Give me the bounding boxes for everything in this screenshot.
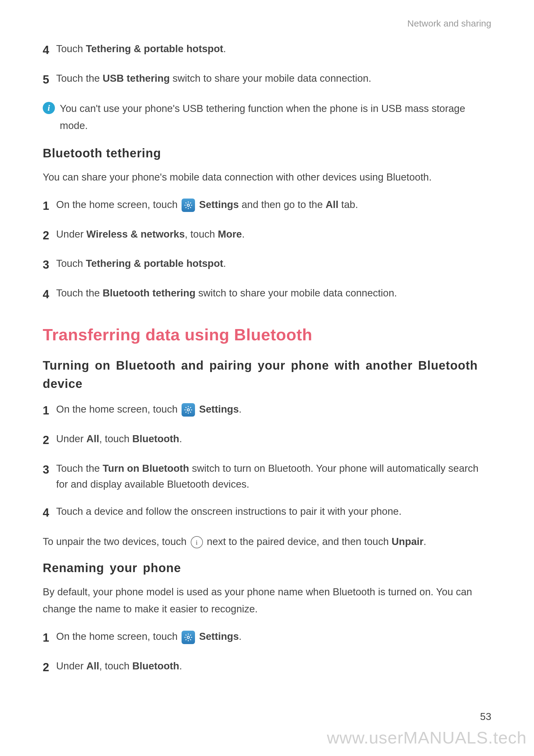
svg-point-2	[187, 636, 189, 638]
pair-step-4: 4 Touch a device and follow the onscreen…	[43, 503, 491, 522]
step-5-usb-tethering: 5 Touch the USB tethering switch to shar…	[43, 70, 491, 89]
step-number: 4	[43, 503, 56, 522]
info-text: You can't use your phone's USB tethering…	[60, 100, 491, 134]
settings-icon	[182, 631, 195, 644]
pair-step-2: 2 Under All, touch Bluetooth.	[43, 431, 491, 449]
info-note: i You can't use your phone's USB tetheri…	[43, 100, 491, 134]
step-text: Under All, touch Bluetooth.	[56, 431, 491, 447]
step-text: Under All, touch Bluetooth.	[56, 658, 491, 674]
svg-point-0	[187, 204, 189, 206]
step-text: Touch Tethering & portable hotspot.	[56, 256, 491, 272]
step-number: 4	[43, 41, 56, 60]
settings-icon	[182, 199, 195, 212]
step-text: On the home screen, touch Settings.	[56, 401, 491, 418]
step-text: On the home screen, touch Settings and t…	[56, 197, 491, 213]
step-number: 2	[43, 226, 56, 245]
bt-tether-intro: You can share your phone's mobile data c…	[43, 169, 491, 186]
bt-step-3: 3 Touch Tethering & portable hotspot.	[43, 256, 491, 274]
heading-bluetooth-tethering: Bluetooth tethering	[43, 147, 491, 160]
watermark: www.userMANUALS.tech	[327, 728, 527, 747]
step-number: 1	[43, 401, 56, 420]
svg-point-1	[187, 409, 189, 411]
step-text: Touch the Bluetooth tethering switch to …	[56, 285, 491, 301]
step-4-tethering: 4 Touch Tethering & portable hotspot.	[43, 41, 491, 60]
step-text: Touch the Turn on Bluetooth switch to tu…	[56, 461, 491, 493]
rename-step-1: 1 On the home screen, touch Settings.	[43, 629, 491, 647]
step-number: 4	[43, 285, 56, 304]
page-number: 53	[480, 711, 491, 722]
step-number: 2	[43, 431, 56, 449]
step-text: Touch the USB tethering switch to share …	[56, 70, 491, 87]
info-icon: i	[43, 102, 55, 114]
settings-icon	[182, 403, 195, 417]
step-number: 2	[43, 658, 56, 677]
step-text: Touch a device and follow the onscreen i…	[56, 503, 491, 520]
step-number: 3	[43, 461, 56, 479]
section-header: Network and sharing	[43, 18, 491, 29]
manual-page: Network and sharing 4 Touch Tethering & …	[0, 0, 534, 756]
step-text: Under Wireless & networks, touch More.	[56, 226, 491, 242]
step-text: Touch Tethering & portable hotspot.	[56, 41, 491, 57]
heading-renaming: Renaming your phone	[43, 561, 491, 575]
step-number: 5	[43, 70, 56, 89]
step-number: 3	[43, 256, 56, 274]
step-number: 1	[43, 197, 56, 215]
rename-intro: By default, your phone model is used as …	[43, 583, 491, 618]
heading-transferring-data: Transferring data using Bluetooth	[43, 325, 491, 344]
pair-step-1: 1 On the home screen, touch Settings.	[43, 401, 491, 420]
bt-step-4: 4 Touch the Bluetooth tethering switch t…	[43, 285, 491, 304]
rename-step-2: 2 Under All, touch Bluetooth.	[43, 658, 491, 677]
heading-pairing: Turning on Bluetooth and pairing your ph…	[43, 356, 491, 393]
bt-step-1: 1 On the home screen, touch Settings and…	[43, 197, 491, 215]
unpair-note: To unpair the two devices, touch i next …	[43, 533, 491, 550]
bt-step-2: 2 Under Wireless & networks, touch More.	[43, 226, 491, 245]
info-circle-icon: i	[191, 536, 203, 548]
pair-step-3: 3 Touch the Turn on Bluetooth switch to …	[43, 461, 491, 493]
step-text: On the home screen, touch Settings.	[56, 629, 491, 645]
step-number: 1	[43, 629, 56, 647]
